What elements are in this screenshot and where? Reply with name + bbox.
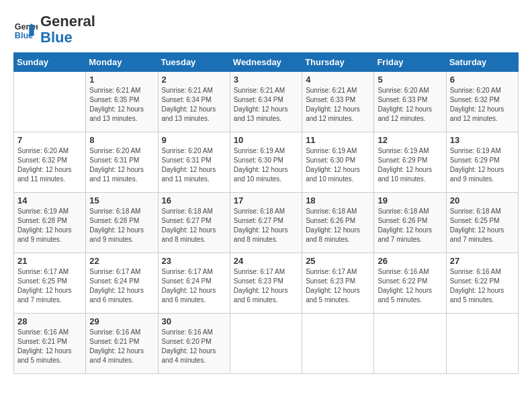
calendar-cell: 12Sunrise: 6:19 AM Sunset: 6:29 PM Dayli… bbox=[374, 132, 446, 193]
day-number: 9 bbox=[162, 135, 226, 145]
calendar-cell: 15Sunrise: 6:18 AM Sunset: 6:28 PM Dayli… bbox=[86, 193, 158, 253]
calendar-cell: 20Sunrise: 6:18 AM Sunset: 6:25 PM Dayli… bbox=[446, 193, 518, 253]
day-number: 11 bbox=[306, 135, 370, 145]
day-number: 21 bbox=[17, 256, 82, 266]
calendar-cell: 25Sunrise: 6:17 AM Sunset: 6:23 PM Dayli… bbox=[302, 253, 374, 314]
calendar-week-row: 21Sunrise: 6:17 AM Sunset: 6:25 PM Dayli… bbox=[14, 253, 519, 314]
calendar-cell: 26Sunrise: 6:16 AM Sunset: 6:22 PM Dayli… bbox=[374, 253, 446, 314]
day-info: Sunrise: 6:21 AM Sunset: 6:35 PM Dayligh… bbox=[89, 86, 154, 124]
day-number: 22 bbox=[89, 256, 154, 266]
day-info: Sunrise: 6:19 AM Sunset: 6:28 PM Dayligh… bbox=[17, 207, 82, 244]
day-info: Sunrise: 6:16 AM Sunset: 6:22 PM Dayligh… bbox=[450, 267, 515, 305]
day-info: Sunrise: 6:18 AM Sunset: 6:26 PM Dayligh… bbox=[306, 207, 370, 244]
day-number: 29 bbox=[89, 316, 154, 326]
day-number: 24 bbox=[234, 256, 298, 266]
day-number: 28 bbox=[17, 316, 82, 326]
day-info: Sunrise: 6:18 AM Sunset: 6:28 PM Dayligh… bbox=[89, 207, 154, 244]
calendar-cell: 21Sunrise: 6:17 AM Sunset: 6:25 PM Dayli… bbox=[14, 253, 86, 314]
calendar-cell bbox=[14, 72, 86, 132]
calendar-week-row: 28Sunrise: 6:16 AM Sunset: 6:21 PM Dayli… bbox=[14, 314, 519, 374]
day-number: 26 bbox=[378, 256, 442, 266]
day-info: Sunrise: 6:18 AM Sunset: 6:27 PM Dayligh… bbox=[162, 207, 226, 244]
calendar-cell: 2Sunrise: 6:21 AM Sunset: 6:34 PM Daylig… bbox=[158, 72, 230, 132]
calendar-cell: 29Sunrise: 6:16 AM Sunset: 6:21 PM Dayli… bbox=[86, 314, 158, 374]
calendar-table: SundayMondayTuesdayWednesdayThursdayFrid… bbox=[13, 52, 519, 374]
day-info: Sunrise: 6:19 AM Sunset: 6:29 PM Dayligh… bbox=[378, 146, 442, 184]
calendar-cell: 18Sunrise: 6:18 AM Sunset: 6:26 PM Dayli… bbox=[302, 193, 374, 253]
calendar-week-row: 7Sunrise: 6:20 AM Sunset: 6:32 PM Daylig… bbox=[14, 132, 519, 193]
day-info: Sunrise: 6:17 AM Sunset: 6:24 PM Dayligh… bbox=[162, 267, 226, 305]
day-info: Sunrise: 6:16 AM Sunset: 6:22 PM Dayligh… bbox=[378, 267, 442, 305]
calendar-cell: 23Sunrise: 6:17 AM Sunset: 6:24 PM Dayli… bbox=[158, 253, 230, 314]
calendar-cell: 3Sunrise: 6:21 AM Sunset: 6:34 PM Daylig… bbox=[230, 72, 302, 132]
day-number: 25 bbox=[306, 256, 370, 266]
day-info: Sunrise: 6:18 AM Sunset: 6:26 PM Dayligh… bbox=[378, 207, 442, 244]
day-number: 10 bbox=[234, 135, 298, 145]
day-number: 8 bbox=[89, 135, 154, 145]
day-number: 15 bbox=[89, 195, 154, 205]
day-number: 12 bbox=[378, 135, 442, 145]
calendar-cell: 22Sunrise: 6:17 AM Sunset: 6:24 PM Dayli… bbox=[86, 253, 158, 314]
calendar-cell: 16Sunrise: 6:18 AM Sunset: 6:27 PM Dayli… bbox=[158, 193, 230, 253]
day-info: Sunrise: 6:17 AM Sunset: 6:25 PM Dayligh… bbox=[17, 267, 82, 305]
calendar-cell: 30Sunrise: 6:16 AM Sunset: 6:20 PM Dayli… bbox=[158, 314, 230, 374]
calendar-cell: 24Sunrise: 6:17 AM Sunset: 6:23 PM Dayli… bbox=[230, 253, 302, 314]
page-header: General Blue General Blue bbox=[13, 13, 519, 46]
day-number: 16 bbox=[162, 195, 226, 205]
calendar-cell: 10Sunrise: 6:19 AM Sunset: 6:30 PM Dayli… bbox=[230, 132, 302, 193]
day-info: Sunrise: 6:21 AM Sunset: 6:34 PM Dayligh… bbox=[234, 86, 298, 124]
calendar-cell: 6Sunrise: 6:20 AM Sunset: 6:32 PM Daylig… bbox=[446, 72, 518, 132]
day-number: 20 bbox=[450, 195, 515, 205]
day-number: 23 bbox=[162, 256, 226, 266]
calendar-cell: 19Sunrise: 6:18 AM Sunset: 6:26 PM Dayli… bbox=[374, 193, 446, 253]
day-info: Sunrise: 6:19 AM Sunset: 6:30 PM Dayligh… bbox=[234, 146, 298, 184]
day-of-week-header: Friday bbox=[374, 53, 446, 72]
day-number: 7 bbox=[17, 135, 82, 145]
calendar-cell: 13Sunrise: 6:19 AM Sunset: 6:29 PM Dayli… bbox=[446, 132, 518, 193]
day-info: Sunrise: 6:18 AM Sunset: 6:25 PM Dayligh… bbox=[450, 207, 515, 244]
calendar-cell bbox=[446, 314, 518, 374]
day-info: Sunrise: 6:20 AM Sunset: 6:33 PM Dayligh… bbox=[378, 86, 442, 124]
logo-text: General Blue bbox=[40, 13, 95, 46]
day-info: Sunrise: 6:17 AM Sunset: 6:23 PM Dayligh… bbox=[306, 267, 370, 305]
day-number: 19 bbox=[378, 195, 442, 205]
calendar-cell: 7Sunrise: 6:20 AM Sunset: 6:32 PM Daylig… bbox=[14, 132, 86, 193]
calendar-cell: 4Sunrise: 6:21 AM Sunset: 6:33 PM Daylig… bbox=[302, 72, 374, 132]
day-info: Sunrise: 6:17 AM Sunset: 6:23 PM Dayligh… bbox=[234, 267, 298, 305]
day-info: Sunrise: 6:20 AM Sunset: 6:32 PM Dayligh… bbox=[17, 146, 82, 184]
calendar-cell: 17Sunrise: 6:18 AM Sunset: 6:27 PM Dayli… bbox=[230, 193, 302, 253]
day-number: 4 bbox=[306, 75, 370, 85]
day-info: Sunrise: 6:20 AM Sunset: 6:31 PM Dayligh… bbox=[162, 146, 226, 184]
day-of-week-header: Thursday bbox=[302, 53, 374, 72]
calendar-cell bbox=[374, 314, 446, 374]
day-info: Sunrise: 6:19 AM Sunset: 6:29 PM Dayligh… bbox=[450, 146, 515, 184]
calendar-cell: 8Sunrise: 6:20 AM Sunset: 6:31 PM Daylig… bbox=[86, 132, 158, 193]
day-number: 6 bbox=[450, 75, 515, 85]
day-of-week-header: Saturday bbox=[446, 53, 518, 72]
day-of-week-header: Wednesday bbox=[230, 53, 302, 72]
day-info: Sunrise: 6:21 AM Sunset: 6:33 PM Dayligh… bbox=[306, 86, 370, 124]
day-info: Sunrise: 6:20 AM Sunset: 6:31 PM Dayligh… bbox=[89, 146, 154, 184]
calendar-week-row: 1Sunrise: 6:21 AM Sunset: 6:35 PM Daylig… bbox=[14, 72, 519, 132]
calendar-header-row: SundayMondayTuesdayWednesdayThursdayFrid… bbox=[14, 53, 519, 72]
day-of-week-header: Sunday bbox=[14, 53, 86, 72]
calendar-week-row: 14Sunrise: 6:19 AM Sunset: 6:28 PM Dayli… bbox=[14, 193, 519, 253]
day-info: Sunrise: 6:21 AM Sunset: 6:34 PM Dayligh… bbox=[162, 86, 226, 124]
day-info: Sunrise: 6:16 AM Sunset: 6:21 PM Dayligh… bbox=[89, 328, 154, 365]
day-number: 5 bbox=[378, 75, 442, 85]
day-of-week-header: Monday bbox=[86, 53, 158, 72]
calendar-cell: 27Sunrise: 6:16 AM Sunset: 6:22 PM Dayli… bbox=[446, 253, 518, 314]
day-number: 18 bbox=[306, 195, 370, 205]
calendar-cell bbox=[302, 314, 374, 374]
day-info: Sunrise: 6:16 AM Sunset: 6:21 PM Dayligh… bbox=[17, 328, 82, 365]
day-info: Sunrise: 6:20 AM Sunset: 6:32 PM Dayligh… bbox=[450, 86, 515, 124]
day-info: Sunrise: 6:19 AM Sunset: 6:30 PM Dayligh… bbox=[306, 146, 370, 184]
day-of-week-header: Tuesday bbox=[158, 53, 230, 72]
calendar-cell: 14Sunrise: 6:19 AM Sunset: 6:28 PM Dayli… bbox=[14, 193, 86, 253]
calendar-cell: 9Sunrise: 6:20 AM Sunset: 6:31 PM Daylig… bbox=[158, 132, 230, 193]
day-number: 30 bbox=[162, 316, 226, 326]
day-number: 2 bbox=[162, 75, 226, 85]
calendar-cell bbox=[230, 314, 302, 374]
calendar-cell: 5Sunrise: 6:20 AM Sunset: 6:33 PM Daylig… bbox=[374, 72, 446, 132]
day-info: Sunrise: 6:17 AM Sunset: 6:24 PM Dayligh… bbox=[89, 267, 154, 305]
